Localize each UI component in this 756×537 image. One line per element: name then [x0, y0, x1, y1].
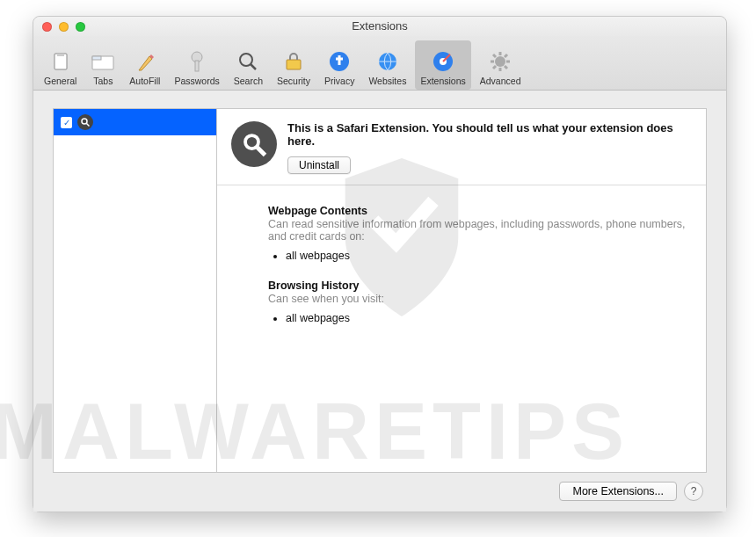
- autofill-icon: [133, 49, 157, 74]
- detail-header-text: This is a Safari Extension. You should t…: [287, 121, 692, 174]
- preferences-window: Extensions General Tabs AutoFill Passwor…: [33, 16, 727, 512]
- svg-point-14: [495, 56, 505, 67]
- extensions-panel: ✓ This is a Safari Extension. You should…: [53, 108, 707, 473]
- perm-list-history: all webpages: [286, 310, 688, 326]
- svg-line-26: [258, 148, 265, 156]
- extensions-icon: [431, 49, 455, 74]
- general-icon: [48, 49, 73, 74]
- svg-rect-5: [195, 61, 199, 71]
- svg-line-21: [493, 66, 496, 69]
- tab-label: Privacy: [324, 76, 354, 86]
- help-button[interactable]: ?: [684, 482, 703, 501]
- svg-line-7: [251, 64, 256, 69]
- tab-label: Security: [277, 76, 310, 86]
- svg-rect-8: [287, 60, 301, 69]
- tab-label: Passwords: [174, 76, 219, 86]
- uninstall-button[interactable]: Uninstall: [287, 156, 351, 174]
- window-title: Extensions: [352, 17, 408, 36]
- tab-label: Advanced: [480, 76, 521, 86]
- security-icon: [281, 49, 306, 74]
- footer: More Extensions... ?: [53, 473, 707, 501]
- tab-label: AutoFill: [129, 76, 160, 86]
- tabs-icon: [91, 49, 115, 74]
- search-icon: [236, 49, 260, 74]
- perm-title-history: Browsing History: [268, 279, 688, 292]
- tab-extensions[interactable]: Extensions: [415, 40, 470, 90]
- svg-rect-3: [92, 56, 101, 60]
- extension-row[interactable]: ✓: [54, 109, 216, 135]
- tab-label: Extensions: [420, 76, 465, 86]
- titlebar: Extensions: [33, 17, 726, 36]
- perm-item: all webpages: [286, 248, 688, 264]
- extension-enable-checkbox[interactable]: ✓: [61, 117, 72, 128]
- tab-websites[interactable]: Websites: [363, 40, 411, 90]
- svg-rect-1: [57, 54, 64, 56]
- tab-privacy[interactable]: Privacy: [319, 40, 360, 90]
- traffic-lights: [42, 22, 85, 32]
- tab-label: Search: [234, 76, 263, 86]
- tab-label: General: [44, 76, 76, 86]
- privacy-icon: [327, 49, 352, 74]
- perm-item: all webpages: [286, 310, 688, 326]
- preferences-toolbar: General Tabs AutoFill Passwords Search: [33, 36, 726, 91]
- advanced-icon: [488, 49, 512, 74]
- perm-list-webpage: all webpages: [286, 248, 688, 264]
- tab-general[interactable]: General: [39, 40, 82, 90]
- tab-label: Tabs: [93, 76, 113, 86]
- tab-autofill[interactable]: AutoFill: [124, 40, 165, 90]
- permissions-section: Webpage Contents Can read sensitive info…: [217, 185, 706, 351]
- content-area: ✓ This is a Safari Extension. You should…: [33, 91, 726, 512]
- svg-point-25: [245, 135, 258, 149]
- perm-title-webpage: Webpage Contents: [268, 205, 688, 217]
- svg-line-24: [87, 124, 90, 127]
- perm-sub-history: Can see when you visit:: [268, 293, 688, 305]
- tab-security[interactable]: Security: [272, 40, 316, 90]
- extension-large-icon: [231, 121, 277, 167]
- svg-line-22: [505, 54, 507, 57]
- svg-point-6: [240, 54, 252, 66]
- extensions-sidebar: ✓: [54, 109, 217, 472]
- minimize-button[interactable]: [59, 22, 69, 32]
- detail-header: This is a Safari Extension. You should t…: [217, 109, 706, 185]
- tab-tabs[interactable]: Tabs: [85, 40, 120, 90]
- tab-search[interactable]: Search: [229, 40, 268, 90]
- svg-line-19: [493, 54, 496, 57]
- extension-detail: This is a Safari Extension. You should t…: [217, 109, 706, 472]
- tab-advanced[interactable]: Advanced: [475, 40, 527, 90]
- tab-passwords[interactable]: Passwords: [169, 40, 224, 90]
- close-button[interactable]: [42, 22, 52, 32]
- more-extensions-button[interactable]: More Extensions...: [559, 482, 677, 501]
- websites-icon: [375, 49, 400, 74]
- extension-description: This is a Safari Extension. You should t…: [287, 121, 692, 148]
- tab-label: Websites: [368, 76, 406, 86]
- svg-point-23: [82, 119, 87, 124]
- passwords-icon: [185, 49, 209, 74]
- zoom-button[interactable]: [76, 22, 85, 32]
- svg-line-20: [505, 66, 507, 69]
- perm-sub-webpage: Can read sensitive information from webp…: [268, 218, 688, 243]
- extension-icon: [77, 114, 93, 130]
